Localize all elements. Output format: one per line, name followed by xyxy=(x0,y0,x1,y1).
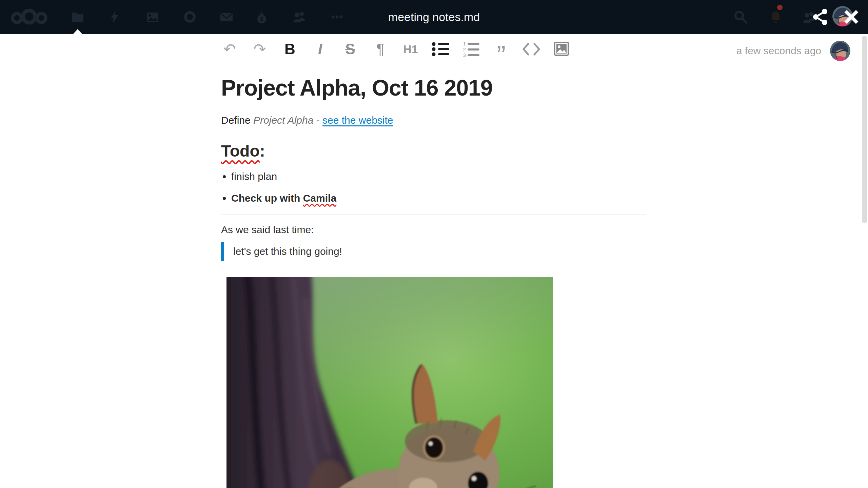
squirrel-photo[interactable] xyxy=(226,277,553,488)
bullet-list-button[interactable] xyxy=(430,39,451,60)
text-editor: ↶ ↷ B I S ¶ H1 xyxy=(0,34,868,488)
doc-blockquote[interactable]: let's get this thing going! xyxy=(221,242,342,261)
viewer-overlay: $ meeting notes.md xyxy=(0,0,868,488)
bold-icon: B xyxy=(284,42,295,57)
list-item[interactable]: finish plan xyxy=(231,170,336,183)
session-avatar xyxy=(830,41,850,61)
heading-button[interactable]: H1 xyxy=(400,39,421,60)
intro-separator: - xyxy=(313,115,322,126)
list-item-text: finish plan xyxy=(231,171,277,182)
todo-word: Todo xyxy=(221,142,260,160)
search-icon[interactable] xyxy=(734,10,747,24)
svg-text:3: 3 xyxy=(463,53,466,57)
heading-1-icon: H1 xyxy=(403,43,418,55)
doc-heading-1[interactable]: Project Alpha, Oct 16 2019 xyxy=(221,75,493,101)
todo-list[interactable]: finish plan Check up with Camila xyxy=(221,170,336,214)
close-icon[interactable] xyxy=(844,9,859,25)
notifications-bell-icon[interactable] xyxy=(769,10,783,24)
misspelled-word: Camila xyxy=(303,192,336,204)
insert-image-button[interactable] xyxy=(551,39,572,60)
svg-text:1: 1 xyxy=(463,41,466,46)
doc-heading-2[interactable]: Todo: xyxy=(221,142,265,160)
intro-text: Define xyxy=(221,115,253,126)
undo-button[interactable]: ↶ xyxy=(219,39,240,60)
svg-text:2: 2 xyxy=(463,47,466,52)
code-block-icon xyxy=(522,42,540,57)
save-status: a few seconds ago xyxy=(736,40,850,62)
redo-icon: ↷ xyxy=(254,42,266,57)
paragraph-icon: ¶ xyxy=(376,42,384,57)
undo-icon: ↶ xyxy=(223,42,236,57)
intro-emphasis: Project Alpha xyxy=(253,115,313,126)
scrollbar-thumb[interactable] xyxy=(862,36,867,223)
share-icon[interactable] xyxy=(812,9,829,25)
strikethrough-button[interactable]: S xyxy=(340,39,361,60)
paragraph-button[interactable]: ¶ xyxy=(370,39,391,60)
italic-icon: I xyxy=(318,42,322,57)
doc-paragraph[interactable]: As we said last time: xyxy=(221,224,314,236)
top-bar: $ meeting notes.md xyxy=(0,0,868,34)
italic-button[interactable]: I xyxy=(310,39,331,60)
ordered-list-icon: 1 2 3 xyxy=(462,41,480,57)
todo-colon: : xyxy=(260,142,265,160)
blockquote-icon: ” xyxy=(497,42,506,69)
code-block-button[interactable] xyxy=(521,39,542,60)
list-item-text: Check up with xyxy=(231,192,303,204)
bold-button[interactable]: B xyxy=(279,39,300,60)
website-link[interactable]: see the website xyxy=(322,115,393,126)
strikethrough-icon: S xyxy=(345,42,355,57)
redo-button[interactable]: ↷ xyxy=(249,39,270,60)
doc-intro-paragraph[interactable]: Define Project Alpha - see the website xyxy=(221,114,393,127)
last-saved-label: a few seconds ago xyxy=(736,45,821,57)
list-item[interactable]: Check up with Camila xyxy=(231,192,336,204)
horizontal-rule xyxy=(221,215,646,215)
blockquote-button[interactable]: ” xyxy=(491,39,512,60)
insert-image-icon xyxy=(553,42,570,57)
ordered-list-button[interactable]: 1 2 3 xyxy=(460,39,481,60)
bullet-list-icon xyxy=(432,42,450,57)
notification-unread-dot xyxy=(777,5,783,10)
formatting-toolbar: ↶ ↷ B I S ¶ H1 xyxy=(219,34,572,64)
